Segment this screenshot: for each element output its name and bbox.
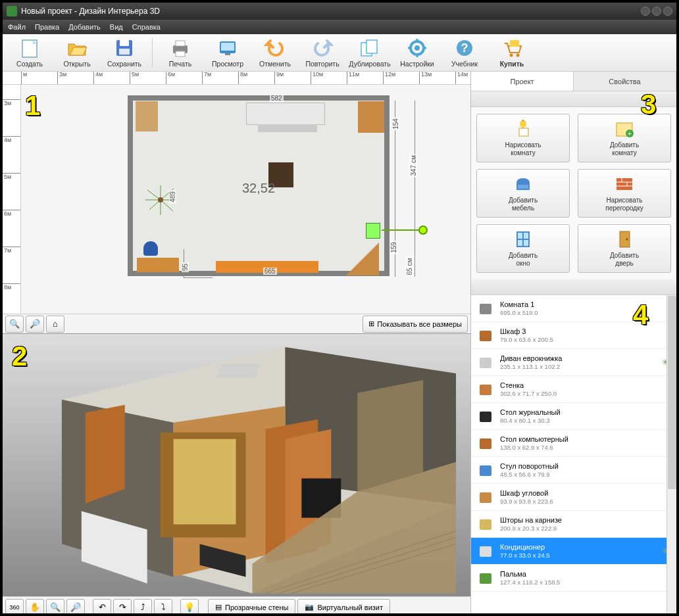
virtual-visit-label: Виртуальный визит: [317, 604, 383, 611]
panel-header-actions: [471, 91, 676, 107]
object-item[interactable]: Шкаф угловой93.9 x 93.8 x 223.6: [471, 484, 676, 511]
add-room-icon: +: [614, 119, 635, 139]
object-icon: [476, 434, 495, 452]
draw-partition-button[interactable]: Нарисоватьперегородку: [578, 169, 671, 218]
object-item[interactable]: Шкаф 379.0 x 63.6 x 200.5: [471, 322, 676, 349]
print-icon: [169, 38, 191, 59]
show-all-dims-button[interactable]: ⊞ Показывать все размеры: [363, 316, 468, 333]
save-button[interactable]: Сохранить: [103, 34, 146, 71]
dim-line-right-2: [415, 101, 415, 277]
obj-desk[interactable]: [137, 258, 179, 272]
render-3d: [3, 334, 470, 596]
duplicate-button[interactable]: Дублировать: [348, 34, 391, 71]
object-item[interactable]: Стул поворотный48.5 x 56.6 x 79.9: [471, 457, 676, 484]
svg-rect-3: [119, 49, 130, 55]
object-item[interactable]: Стол компьютерный138.0 x 62.9 x 74.6: [471, 430, 676, 457]
settings-button[interactable]: Настройки: [395, 34, 439, 71]
light-button[interactable]: 💡: [180, 599, 199, 616]
view-3d-canvas[interactable]: 2: [3, 333, 470, 596]
menu-view[interactable]: Вид: [110, 23, 123, 31]
add-room-button[interactable]: +Добавитькомнату: [578, 114, 671, 162]
svg-point-43: [520, 121, 526, 128]
object-text: Стул поворотный48.5 x 56.6 x 79.9: [500, 462, 662, 479]
add-furniture-button[interactable]: Добавитьмебель: [476, 169, 570, 218]
obj-wardrobe-corner[interactable]: [136, 101, 158, 131]
object-text: Кондиционер77.0 x 33.0 x 24.5: [500, 542, 662, 560]
window-title: Новый проект - Дизайн Интерьера 3D: [21, 7, 160, 16]
toolbar: СоздатьОткрытьСохранитьПечатьПросмотрОтм…: [3, 34, 676, 72]
duplicate-icon: [359, 38, 381, 59]
transparent-walls-button[interactable]: ▤ Прозрачные стены: [208, 599, 295, 616]
selection-handle[interactable]: [418, 225, 428, 235]
ruler-h-tick: 3м: [57, 72, 66, 84]
maximize-button[interactable]: [652, 7, 661, 16]
zoom-in-button[interactable]: 🔎: [26, 316, 44, 333]
obj-chair[interactable]: [143, 241, 158, 256]
create-button[interactable]: Создать: [8, 34, 51, 71]
virtual-visit-button[interactable]: 📷 Виртуальный визит: [297, 599, 390, 616]
tilt-up-button[interactable]: ⤴: [134, 599, 152, 616]
buy-button[interactable]: Купить: [490, 34, 534, 71]
dim-left: 489: [169, 190, 176, 204]
object-item[interactable]: Стол журнальный80.4 x 80.1 x 30.3: [471, 403, 676, 430]
ruler-vertical: 3м4м5м6м7м8м: [3, 85, 21, 314]
undo-button[interactable]: Отменить: [253, 34, 297, 71]
menu-edit[interactable]: Правка: [35, 23, 59, 31]
object-item[interactable]: Стенка302.6 x 71.7 x 250.0: [471, 376, 676, 403]
obj-sofa-top[interactable]: [246, 103, 325, 125]
ruler-h-tick: 8м: [238, 72, 247, 84]
svg-rect-59: [480, 331, 491, 341]
pan-button[interactable]: ✋: [26, 599, 44, 616]
add-door-button[interactable]: Добавитьдверь: [578, 224, 671, 273]
object-list-scrollbar[interactable]: [666, 295, 676, 616]
svg-marker-40: [86, 405, 125, 504]
object-item[interactable]: Пальма127.4 x 116.2 x 158.5: [471, 565, 676, 592]
buy-label: Купить: [500, 60, 524, 68]
tab-project[interactable]: Проект: [471, 72, 574, 91]
object-text: Шкаф 379.0 x 63.6 x 200.5: [500, 327, 662, 344]
object-item[interactable]: Диван еврокнижка235.1 x 113.1 x 102.2👁: [471, 349, 676, 376]
svg-rect-42: [519, 128, 528, 136]
zoom-in-3d-button[interactable]: 🔎: [66, 599, 85, 616]
preview-button[interactable]: Просмотр: [206, 34, 249, 71]
rotate-left-button[interactable]: ↶: [93, 599, 111, 616]
object-item[interactable]: Шторы на карнизе200.9 x 20.3 x 222.9: [471, 511, 676, 538]
preview-label: Просмотр: [212, 60, 243, 68]
add-window-button[interactable]: Добавитьокно: [476, 224, 570, 273]
draw-room-button[interactable]: Нарисоватькомнату: [476, 114, 570, 162]
menu-file[interactable]: Файл: [8, 23, 26, 31]
object-item[interactable]: Комната 1695.0 x 519.0: [471, 295, 676, 322]
close-button[interactable]: [663, 7, 672, 16]
undo-icon: [264, 38, 286, 59]
obj-ac-selected[interactable]: [366, 223, 380, 239]
ruler-v-tick: 3м: [3, 99, 20, 107]
menu-help[interactable]: Справка: [132, 23, 161, 31]
home-button[interactable]: ⌂: [46, 316, 64, 333]
tilt-down-button[interactable]: ⤵: [154, 599, 172, 616]
zoom-out-button[interactable]: 🔍: [5, 316, 24, 333]
rotate-right-button[interactable]: ↷: [113, 599, 132, 616]
redo-button[interactable]: Повторить: [301, 34, 344, 71]
help-button[interactable]: ?Учебник: [443, 34, 486, 71]
duplicate-label: Дублировать: [349, 60, 390, 68]
rotate-360-button[interactable]: 360: [5, 599, 24, 616]
add-door-icon: [614, 229, 635, 249]
object-text: Шкаф угловой93.9 x 93.8 x 223.6: [500, 488, 662, 506]
obj-wardrobe[interactable]: [358, 101, 384, 133]
svg-rect-41: [217, 364, 260, 377]
open-button[interactable]: Открыть: [55, 34, 99, 71]
svg-rect-29: [174, 439, 236, 525]
dims-icon: ⊞: [368, 320, 374, 328]
print-button[interactable]: Печать: [159, 34, 202, 71]
menu-add[interactable]: Добавить: [68, 23, 101, 31]
svg-text:+: +: [628, 130, 632, 137]
plan-2d-canvas[interactable]: 1: [21, 85, 470, 314]
object-item[interactable]: Кондиционер77.0 x 33.0 x 24.5👁: [471, 538, 676, 565]
svg-rect-58: [480, 304, 491, 314]
ruler-horizontal: м3м4м5м6м7м8м9м10м11м12м13м14м: [3, 72, 470, 85]
object-text: Стол компьютерный138.0 x 62.9 x 74.6: [500, 435, 662, 452]
tab-properties[interactable]: Свойства: [574, 72, 676, 91]
zoom-out-3d-button[interactable]: 🔍: [46, 599, 64, 616]
minimize-button[interactable]: [641, 7, 650, 16]
redo-label: Повторить: [305, 60, 339, 68]
